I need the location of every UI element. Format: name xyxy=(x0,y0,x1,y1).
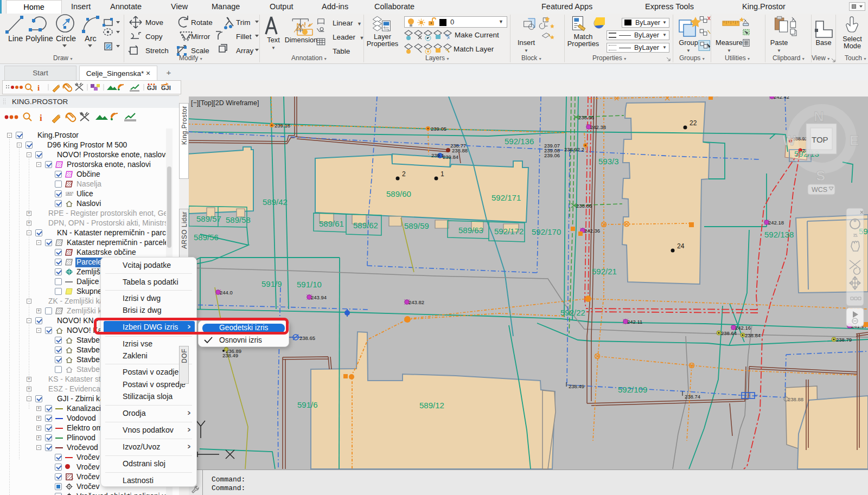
svg-text:592/136: 592/136 xyxy=(505,137,534,146)
svg-text:589/60: 589/60 xyxy=(386,189,411,198)
svg-text:WCS: WCS xyxy=(812,186,827,194)
svg-text:243.82: 243.82 xyxy=(409,299,424,305)
svg-text:239.05: 239.05 xyxy=(431,126,446,132)
svg-text:592/21: 592/21 xyxy=(592,267,617,276)
svg-text:592/138: 592/138 xyxy=(764,230,794,239)
svg-text:591/6: 591/6 xyxy=(297,400,318,409)
svg-text:592/171: 592/171 xyxy=(492,193,521,202)
svg-text:592/109: 592/109 xyxy=(618,385,647,394)
svg-text:244.0: 244.0 xyxy=(220,290,233,295)
svg-text:238.86: 238.86 xyxy=(576,203,592,209)
svg-text:589/59: 589/59 xyxy=(404,221,429,230)
svg-text:589/62: 589/62 xyxy=(353,221,378,230)
svg-text:238.64: 238.64 xyxy=(721,330,737,336)
svg-text:238.88: 238.88 xyxy=(452,147,468,153)
svg-text:S: S xyxy=(816,168,825,184)
svg-text:24: 24 xyxy=(677,242,685,250)
svg-text:592/170: 592/170 xyxy=(532,227,561,236)
svg-text:E: E xyxy=(850,132,859,149)
svg-text:242.11: 242.11 xyxy=(627,319,642,325)
svg-text:589/61: 589/61 xyxy=(319,219,344,228)
svg-text:W: W xyxy=(782,132,796,149)
svg-text:589/63: 589/63 xyxy=(458,226,483,235)
svg-text:242.36: 242.36 xyxy=(584,228,600,234)
svg-text:2: 2 xyxy=(402,170,406,178)
svg-text:243.94: 243.94 xyxy=(311,294,327,300)
svg-text:591/9: 591/9 xyxy=(261,279,282,288)
svg-text:593/3: 593/3 xyxy=(598,157,619,166)
svg-text:239.84: 239.84 xyxy=(443,154,458,160)
svg-text:589/58: 589/58 xyxy=(226,215,251,224)
svg-text:589/42: 589/42 xyxy=(263,197,288,207)
svg-text:589/57: 589/57 xyxy=(196,214,221,223)
svg-text:N: N xyxy=(814,108,824,125)
svg-text:239.06: 239.06 xyxy=(544,152,560,158)
svg-text:238.79: 238.79 xyxy=(836,337,852,343)
svg-text:238.49: 238.49 xyxy=(222,352,238,358)
svg-text:242.16: 242.16 xyxy=(735,325,751,331)
svg-text:591/10: 591/10 xyxy=(297,280,322,289)
svg-text:592/172: 592/172 xyxy=(494,227,524,236)
svg-text:238.74: 238.74 xyxy=(685,394,700,400)
svg-text:238.65: 238.65 xyxy=(299,335,315,341)
svg-text:238.49: 238.49 xyxy=(569,383,584,389)
svg-text:242.18: 242.18 xyxy=(768,220,784,226)
svg-text:22: 22 xyxy=(690,119,697,127)
svg-text:238.88: 238.88 xyxy=(788,396,803,402)
svg-text:239.18: 239.18 xyxy=(275,123,290,128)
svg-text:242.42: 242.42 xyxy=(774,94,789,100)
svg-text:589/12: 589/12 xyxy=(419,401,444,410)
svg-text:592/22: 592/22 xyxy=(560,308,585,317)
svg-text:589/56: 589/56 xyxy=(194,233,219,242)
svg-text:TOP: TOP xyxy=(812,135,828,144)
svg-text:238.92 2: 238.92 2 xyxy=(564,146,584,152)
svg-text:242.38: 242.38 xyxy=(590,124,606,130)
svg-text:1: 1 xyxy=(441,170,444,178)
svg-text:238.96: 238.96 xyxy=(578,114,594,120)
svg-text:238.84: 238.84 xyxy=(745,332,761,338)
